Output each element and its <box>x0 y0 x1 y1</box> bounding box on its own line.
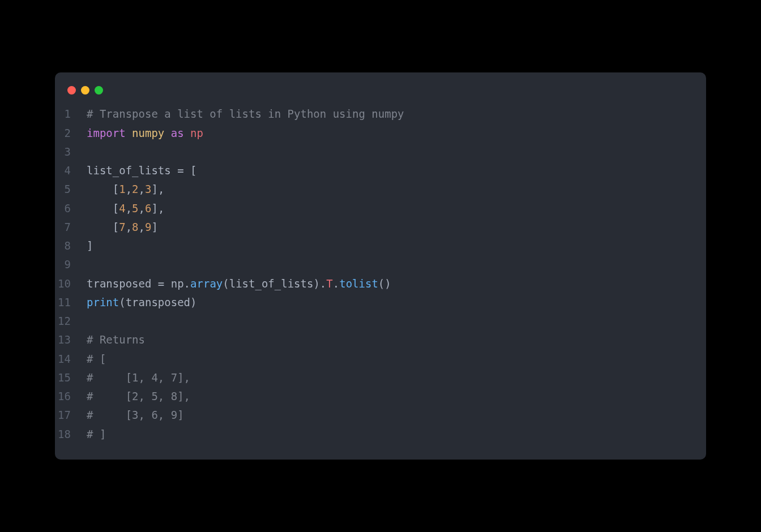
token-comment: # [3, 6, 9] <box>87 409 184 421</box>
token-default: ] <box>87 239 93 252</box>
code-line: 13# Returns <box>55 331 706 349</box>
code-line: 15# [1, 4, 7], <box>55 368 706 387</box>
code-content: # [2, 5, 8], <box>87 387 190 406</box>
minimize-icon[interactable] <box>81 86 89 95</box>
line-number: 7 <box>55 218 87 237</box>
token-default <box>164 127 170 139</box>
token-prop: T <box>326 277 332 290</box>
token-default: , <box>139 202 145 214</box>
line-number: 18 <box>55 425 87 444</box>
code-line: 14# [ <box>55 350 706 368</box>
line-number: 10 <box>55 274 87 293</box>
line-number: 12 <box>55 312 87 331</box>
token-default: [ <box>87 183 119 195</box>
token-as-kw: as <box>171 127 184 139</box>
code-content <box>87 312 93 331</box>
token-num: 6 <box>145 202 151 214</box>
code-line: 4list_of_lists = [ <box>55 161 706 180</box>
code-line: 11print(transposed) <box>55 293 706 312</box>
token-alias: np <box>190 127 203 139</box>
code-editor[interactable]: 1# Transpose a list of lists in Python u… <box>55 105 706 444</box>
token-comment: # [ <box>87 353 106 365</box>
code-content: # [ <box>87 350 106 368</box>
code-content: print(transposed) <box>87 293 196 312</box>
code-line: 12 <box>55 312 706 331</box>
window-titlebar <box>55 86 706 105</box>
code-content <box>87 255 93 274</box>
token-op: = <box>158 277 164 290</box>
line-number: 9 <box>55 255 87 274</box>
code-content: # Returns <box>87 331 145 349</box>
line-number: 3 <box>55 143 87 161</box>
token-default: , <box>139 221 145 233</box>
token-comment: # [2, 5, 8], <box>87 390 190 402</box>
code-line: 16# [2, 5, 8], <box>55 387 706 406</box>
token-default: ], <box>151 183 164 195</box>
code-line: 6 [4,5,6], <box>55 199 706 218</box>
token-default: (list_of_lists). <box>223 277 326 290</box>
code-content: transposed = np.array(list_of_lists).T.t… <box>87 274 391 293</box>
token-default <box>126 127 132 139</box>
code-content: [4,5,6], <box>87 199 164 218</box>
token-builtin: print <box>87 296 119 308</box>
zoom-icon[interactable] <box>95 86 103 95</box>
code-content: [1,2,3], <box>87 180 164 199</box>
token-import-kw: import <box>87 127 126 139</box>
token-num: 8 <box>132 221 138 233</box>
code-content: # ] <box>87 425 106 444</box>
token-comment: # Transpose a list of lists in Python us… <box>87 108 404 120</box>
line-number: 17 <box>55 406 87 424</box>
token-default: () <box>378 277 391 290</box>
code-line: 3 <box>55 143 706 161</box>
token-default: , <box>126 183 132 195</box>
code-line: 8] <box>55 237 706 255</box>
token-default: . <box>333 277 339 290</box>
token-fn: tolist <box>339 277 378 290</box>
code-line: 1# Transpose a list of lists in Python u… <box>55 105 706 123</box>
token-default: transposed <box>87 277 158 290</box>
close-icon[interactable] <box>67 86 76 95</box>
line-number: 16 <box>55 387 87 406</box>
line-number: 4 <box>55 161 87 180</box>
token-default <box>184 127 190 139</box>
code-content: # Transpose a list of lists in Python us… <box>87 105 404 123</box>
code-line: 5 [1,2,3], <box>55 180 706 199</box>
token-default: [ <box>87 221 119 233</box>
token-comment: # Returns <box>87 333 145 346</box>
code-content: list_of_lists = [ <box>87 161 197 180</box>
token-default: list_of_lists <box>87 164 177 177</box>
code-line: 18# ] <box>55 425 706 444</box>
token-default: , <box>139 183 145 195</box>
code-line: 9 <box>55 255 706 274</box>
code-line: 2import numpy as np <box>55 124 706 143</box>
token-default: [ <box>87 202 119 214</box>
line-number: 1 <box>55 105 87 123</box>
token-default: , <box>126 202 132 214</box>
code-content: [7,8,9] <box>87 218 158 237</box>
line-number: 14 <box>55 350 87 368</box>
token-comment: # [1, 4, 7], <box>87 371 190 384</box>
token-default: , <box>126 221 132 233</box>
token-default: ], <box>151 202 164 214</box>
line-number: 11 <box>55 293 87 312</box>
token-num: 4 <box>119 202 125 214</box>
code-content: ] <box>87 237 93 255</box>
code-content: # [1, 4, 7], <box>87 368 190 387</box>
token-default: (transposed) <box>119 296 196 308</box>
token-module: numpy <box>132 127 164 139</box>
token-num: 2 <box>132 183 138 195</box>
code-content: import numpy as np <box>87 124 203 143</box>
token-comment: # ] <box>87 428 106 440</box>
code-line: 10transposed = np.array(list_of_lists).T… <box>55 274 706 293</box>
token-op: = <box>177 164 183 177</box>
line-number: 15 <box>55 368 87 387</box>
token-default: [ <box>184 164 197 177</box>
line-number: 8 <box>55 237 87 255</box>
token-fn: array <box>190 277 223 290</box>
line-number: 13 <box>55 331 87 349</box>
code-line: 7 [7,8,9] <box>55 218 706 237</box>
token-num: 1 <box>119 183 125 195</box>
code-window: 1# Transpose a list of lists in Python u… <box>55 72 706 460</box>
token-num: 3 <box>145 183 151 195</box>
token-default: ] <box>151 221 157 233</box>
